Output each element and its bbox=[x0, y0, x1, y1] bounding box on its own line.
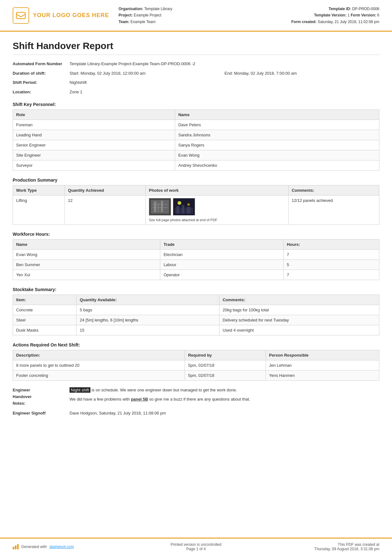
duration-start: Start: Monday, 02 July 2018, 12:00:00 am bbox=[70, 70, 224, 77]
wf-col-hours: Hours: bbox=[284, 240, 379, 250]
col-quantity-achieved: Quantity Achieved bbox=[65, 185, 146, 196]
production-summary-title: Production Summary bbox=[13, 178, 379, 183]
st-comments-cell: Used 4 overnight bbox=[219, 325, 379, 335]
template-version-label: Template Version: bbox=[314, 13, 346, 17]
project-value: Example Project bbox=[134, 13, 161, 17]
org-value: Template Library bbox=[144, 7, 172, 11]
template-version-value: 1 bbox=[347, 13, 350, 17]
svg-rect-13 bbox=[176, 206, 180, 214]
table-row: Senior EngineerSanya Rogers bbox=[13, 140, 379, 150]
highlight-night-shift: Night shift bbox=[70, 387, 90, 393]
shift-period-label: Shift Period: bbox=[13, 79, 70, 86]
st-quantity-cell: 24 [5m] lengths, 6 [10m] lengths bbox=[77, 315, 219, 325]
svg-rect-15 bbox=[187, 207, 191, 214]
auto-form-number-label: Automated Form Number bbox=[13, 61, 70, 67]
name-cell: Sanya Rogers bbox=[175, 140, 379, 150]
comments-cell: 12/12 panels achieved bbox=[288, 196, 379, 225]
wf-trade-cell: Operator bbox=[160, 270, 284, 280]
dashpivot-link[interactable]: dashpivot.com bbox=[49, 545, 74, 549]
generated-pre: Generated with bbox=[21, 545, 47, 549]
engineer-signoff-label: Engineer Signoff bbox=[13, 410, 70, 417]
notes-line2-bold: panel 5B bbox=[131, 397, 148, 402]
name-cell: Sandra Johnsons bbox=[175, 130, 379, 140]
wf-name-cell: Yen Xui bbox=[13, 270, 160, 280]
photo-caption: See full page photos attached at end of … bbox=[149, 218, 285, 222]
wf-hours-cell: 7 bbox=[284, 270, 379, 280]
location-value: Zone 1 bbox=[70, 89, 379, 95]
ar-col-required-by: Required by bbox=[185, 350, 266, 360]
form-version-value: 6 bbox=[377, 13, 379, 17]
dashpivot-icon bbox=[13, 544, 19, 549]
table-row: Ben SummerLabour5 bbox=[13, 260, 379, 270]
st-quantity-cell: 15 bbox=[77, 325, 219, 335]
st-col-quantity: Quantity Available: bbox=[77, 295, 219, 305]
work-type-cell: Lifting bbox=[13, 196, 65, 225]
name-cell: Dave Peters bbox=[175, 120, 379, 130]
engineer-notes-label: EngineerHandoverNotes: bbox=[13, 387, 70, 407]
header: YOUR LOGO GOES HERE Organisation: Templa… bbox=[0, 0, 392, 32]
notes-line2-pre: We did have a few problems with bbox=[70, 397, 131, 402]
st-quantity-cell: 5 bags bbox=[77, 305, 219, 315]
engineer-notes-row: EngineerHandoverNotes: Night shift is on… bbox=[13, 387, 379, 407]
header-right: Template ID: DP-PROD-0006 Template Versi… bbox=[291, 6, 379, 25]
duration-row: Duration of shift: Start: Monday, 02 Jul… bbox=[13, 70, 379, 77]
quantity-cell: 12 bbox=[65, 196, 146, 225]
svg-point-11 bbox=[187, 203, 190, 206]
engineer-section: EngineerHandoverNotes: Night shift is on… bbox=[13, 387, 379, 416]
table-row: ForemanDave Peters bbox=[13, 120, 379, 130]
report-title: Shift Handover Report bbox=[13, 41, 379, 55]
ar-reqby-cell: 5pm, 02/07/18 bbox=[185, 360, 266, 371]
template-id-label: Template ID: bbox=[329, 7, 351, 11]
form-version-label: Form Version: bbox=[351, 13, 376, 17]
table-row: Concrete5 bags20kg bags for 100kg total bbox=[13, 305, 379, 315]
table-row: Site EngineerEvan Wong bbox=[13, 150, 379, 160]
table-row: 8 more panels to get to outlined 205pm, … bbox=[13, 360, 379, 371]
col-name: Name bbox=[175, 110, 379, 120]
col-role: Role bbox=[13, 110, 175, 120]
photo-thumb-1 bbox=[149, 198, 171, 215]
team-value: Example Team bbox=[131, 20, 156, 24]
wf-hours-cell: 5 bbox=[284, 260, 379, 270]
col-comments: Comments: bbox=[288, 185, 379, 196]
wf-name-cell: Ben Summer bbox=[13, 260, 160, 270]
page: YOUR LOGO GOES HERE Organisation: Templa… bbox=[0, 0, 392, 555]
ar-desc-cell: Footer concreting bbox=[13, 371, 185, 381]
shift-period-row: Shift Period: Nightshift bbox=[13, 79, 379, 86]
main-content: Shift Handover Report Automated Form Num… bbox=[0, 32, 392, 538]
footer-right: This PDF was created at Thursday, 09 Aug… bbox=[261, 542, 379, 551]
footer-center: Printed version is uncontrolled Page 1 o… bbox=[137, 542, 255, 551]
footer-created-text: This PDF was created at bbox=[261, 542, 379, 547]
ar-col-person: Person Responsible bbox=[266, 350, 379, 360]
shift-key-personnel-title: Shift Key Personnel: bbox=[13, 102, 379, 107]
footer-uncontrolled: Printed version is uncontrolled bbox=[137, 542, 255, 547]
project-label: Project: bbox=[119, 13, 133, 17]
workforce-hours-table: Name Trade Hours: Evan WongElectrician7B… bbox=[13, 239, 379, 280]
ar-reqby-cell: 5pm, 02/07/18 bbox=[185, 371, 266, 381]
svg-rect-5 bbox=[161, 201, 163, 212]
name-cell: Evan Wong bbox=[175, 150, 379, 160]
team-label: Team: bbox=[119, 20, 129, 24]
form-created-value: Saturday, 21 July 2018, 11:02:08 pm bbox=[318, 20, 379, 24]
shift-period-value: Nightshift bbox=[70, 79, 379, 86]
st-comments-cell: 20kg bags for 100kg total bbox=[219, 305, 379, 315]
workforce-hours-title: Workforce Hours: bbox=[13, 232, 379, 237]
template-id-value: DP-PROD-0006 bbox=[352, 7, 379, 11]
form-created-label: Form created: bbox=[291, 20, 316, 24]
ar-col-description: Description: bbox=[13, 350, 185, 360]
photos-container: See full page photos attached at end of … bbox=[149, 198, 285, 222]
st-item-cell: Dusk Masks bbox=[13, 325, 77, 335]
svg-rect-0 bbox=[16, 12, 25, 19]
header-meta: Organisation: Template Library Project: … bbox=[109, 6, 291, 25]
wf-name-cell: Evan Wong bbox=[13, 250, 160, 260]
table-row: SurveyorAndrey Shevchcenko bbox=[13, 160, 379, 171]
notes-line2-post: so give me a buzz if there are any quest… bbox=[148, 397, 250, 402]
actions-required-table: Description: Required by Person Responsi… bbox=[13, 350, 379, 381]
svg-rect-14 bbox=[182, 205, 184, 214]
col-work-type: Work Type bbox=[13, 185, 65, 196]
wf-trade-cell: Labour bbox=[160, 260, 284, 270]
location-row: Location: Zone 1 bbox=[13, 89, 379, 95]
ar-person-cell: Yens Hanmen bbox=[266, 371, 379, 381]
role-cell: Senior Engineer bbox=[13, 140, 175, 150]
stocktake-summary-table: Item: Quantity Available: Comments: Conc… bbox=[13, 295, 379, 335]
name-cell: Andrey Shevchcenko bbox=[175, 160, 379, 171]
